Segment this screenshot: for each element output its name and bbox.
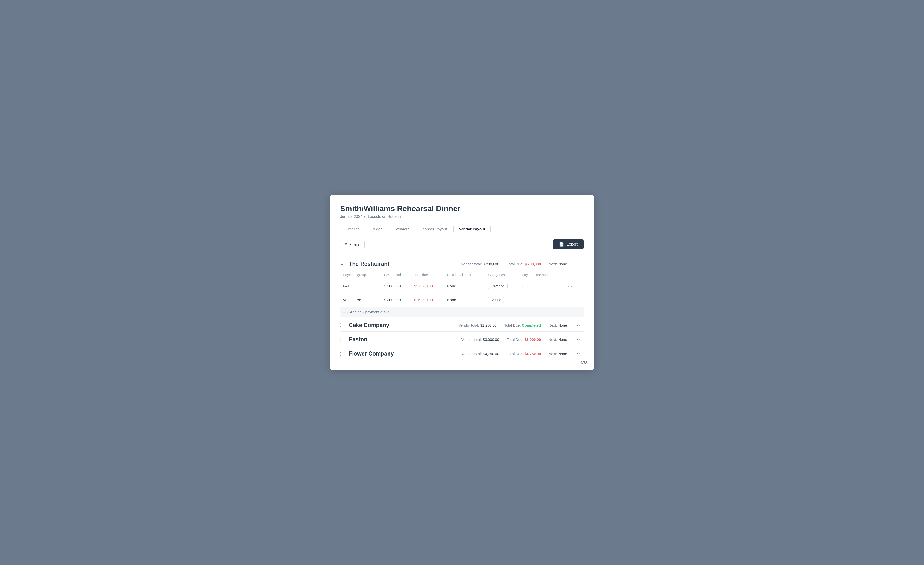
- vendor-meta-easton: Vendor total: $3,000.00 Total Due: $3,00…: [461, 336, 584, 343]
- vendor-total-cake: Vendor total: $1,250.00: [459, 323, 496, 328]
- filters-label: Filters: [349, 242, 359, 246]
- total-due-restaurant: Total Due: $ 200,000: [507, 262, 541, 266]
- main-card: Smith/Williams Rehearsal Dinner Jun 20, …: [330, 194, 594, 371]
- payment-method-fb: -: [522, 279, 566, 293]
- toolbar: ≡ Filters 📄 Export: [340, 239, 584, 249]
- vendor-header-cake: 〉 Cake Company Vendor total: $1,250.00 T…: [340, 317, 584, 332]
- table-row: F&B $ 300,000 $17,500.00 None Catering -…: [340, 279, 584, 293]
- plus-icon: +: [343, 310, 345, 314]
- vendor-header-flower: 〉 Flower Company Vendor total: $4,750.00…: [340, 346, 584, 360]
- chevron-down-icon[interactable]: ⌄: [340, 261, 345, 267]
- vendor-section-restaurant: ⌄ The Restaurant Vendor total: $ 200,000…: [340, 256, 584, 317]
- export-label: Export: [567, 242, 578, 246]
- category-venue: Venue: [488, 293, 522, 307]
- col-total-due: Total due: [414, 270, 447, 279]
- total-due-cake: Total Due: Completed: [504, 323, 541, 328]
- next-easton: Next: None: [549, 337, 567, 341]
- tab-vendor-payout[interactable]: Vendor Payout: [453, 225, 490, 233]
- filters-icon: ≡: [345, 242, 347, 246]
- more-button-venue[interactable]: ⋯: [566, 296, 575, 303]
- add-payment-group-button[interactable]: + + Add new payment group: [340, 307, 584, 317]
- brand-logo: ep: [581, 358, 587, 365]
- total-due-easton: Total Due: $3,000.00: [507, 337, 541, 341]
- tab-vendors[interactable]: Vendors: [390, 225, 415, 233]
- more-button-flower[interactable]: ⋯: [575, 350, 584, 357]
- chevron-right-icon[interactable]: 〉: [340, 352, 345, 356]
- group-total-fb: $ 300,000: [384, 279, 414, 293]
- vendor-name-restaurant: The Restaurant: [349, 261, 397, 267]
- col-payment-method: Payment method: [522, 270, 566, 279]
- vendor-total-easton: Vendor total: $3,000.00: [461, 337, 499, 341]
- col-categories: Categories: [488, 270, 522, 279]
- vendor-section-flower: 〉 Flower Company Vendor total: $4,750.00…: [340, 346, 584, 360]
- group-total-venue: $ 300,000: [384, 293, 414, 307]
- vendor-header-restaurant: ⌄ The Restaurant Vendor total: $ 200,000…: [340, 256, 584, 270]
- category-fb: Catering: [488, 279, 522, 293]
- col-group-total: Group total: [384, 270, 414, 279]
- event-subtitle: Jun 20, 2024 at Locusts on Hudson: [340, 215, 584, 219]
- total-due-fb: $17,500.00: [414, 279, 447, 293]
- more-button-fb[interactable]: ⋯: [566, 283, 575, 290]
- vendor-header-easton: 〉 Easton Vendor total: $3,000.00 Total D…: [340, 332, 584, 346]
- next-flower: Next: None: [549, 352, 567, 356]
- payment-table-restaurant: Payment group Group total Total due Next…: [340, 270, 584, 307]
- vendor-name-easton: Easton: [349, 336, 397, 343]
- vendor-section-cake: 〉 Cake Company Vendor total: $1,250.00 T…: [340, 317, 584, 332]
- more-button-restaurant[interactable]: ⋯: [575, 261, 584, 267]
- payment-method-venue: -: [522, 293, 566, 307]
- add-group-label: + Add new payment group: [347, 310, 390, 314]
- col-payment-group: Payment group: [340, 270, 384, 279]
- vendor-total-flower: Vendor total: $4,750.00: [461, 352, 499, 356]
- next-cake: Next: None: [549, 323, 567, 328]
- more-button-easton[interactable]: ⋯: [575, 336, 584, 343]
- filters-button[interactable]: ≡ Filters: [340, 240, 364, 249]
- tab-budget[interactable]: Budget: [366, 225, 389, 233]
- next-installment-venue: None: [447, 293, 488, 307]
- vendor-section-easton: 〉 Easton Vendor total: $3,000.00 Total D…: [340, 332, 584, 346]
- vendor-meta-restaurant: Vendor total: $ 200,000 Total Due: $ 200…: [461, 261, 584, 267]
- more-button-cake[interactable]: ⋯: [575, 322, 584, 329]
- chevron-right-icon[interactable]: 〉: [340, 337, 345, 341]
- total-due-venue: $15,000.00: [414, 293, 447, 307]
- table-row: Venue Fee $ 300,000 $15,000.00 None Venu…: [340, 293, 584, 307]
- export-icon: 📄: [559, 242, 564, 247]
- vendor-meta-cake: Vendor total: $1,250.00 Total Due: Compl…: [459, 322, 584, 329]
- tab-planner-payout[interactable]: Planner Payout: [416, 225, 452, 233]
- vendor-meta-flower: Vendor total: $4,750.00 Total Due: $4,75…: [461, 350, 584, 357]
- tab-timeline[interactable]: Timeline: [340, 225, 365, 233]
- vendor-name-cake: Cake Company: [349, 322, 397, 329]
- event-title: Smith/Williams Rehearsal Dinner: [340, 204, 584, 213]
- next-restaurant: Next: None: [549, 262, 567, 266]
- export-button[interactable]: 📄 Export: [553, 239, 584, 249]
- vendor-name-flower: Flower Company: [349, 350, 397, 357]
- total-due-flower: Total Due: $4,750.00: [507, 352, 541, 356]
- chevron-right-icon[interactable]: 〉: [340, 323, 345, 328]
- payment-group-name-venue: Venue Fee: [340, 293, 384, 307]
- next-installment-fb: None: [447, 279, 488, 293]
- tab-bar: Timeline Budget Vendors Planner Payout V…: [340, 225, 584, 233]
- payment-group-name-fb: F&B: [340, 279, 384, 293]
- col-next-installment: Next installment: [447, 270, 488, 279]
- vendor-total-restaurant: Vendor total: $ 200,000: [461, 262, 499, 266]
